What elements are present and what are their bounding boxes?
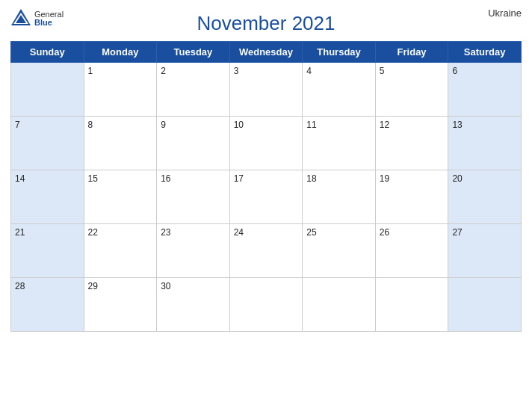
date-number: 5 bbox=[380, 66, 385, 76]
date-number: 26 bbox=[380, 227, 389, 238]
calendar-cell-week1-day3: 2 bbox=[157, 63, 230, 117]
date-number: 4 bbox=[306, 66, 312, 76]
calendar-cell-week4-day7: 27 bbox=[448, 224, 522, 278]
date-number: 12 bbox=[380, 120, 389, 130]
calendar-cell-week2-day2: 8 bbox=[84, 117, 157, 170]
week-row-4: 21222324252627 bbox=[11, 224, 522, 278]
calendar-cell-week5-day1: 28 bbox=[11, 278, 84, 332]
header-wednesday: Wednesday bbox=[229, 42, 303, 63]
date-number: 25 bbox=[306, 227, 316, 238]
calendar-cell-week5-day2: 29 bbox=[84, 278, 157, 332]
date-number: 13 bbox=[452, 120, 462, 130]
date-number: 11 bbox=[306, 120, 316, 130]
date-number: 9 bbox=[161, 120, 166, 130]
date-number: 27 bbox=[452, 227, 462, 238]
country-label: Ukraine bbox=[488, 7, 522, 19]
calendar-cell-week2-day1: 7 bbox=[11, 117, 84, 170]
calendar-cell-week5-day7 bbox=[448, 278, 522, 332]
header-thursday: Thursday bbox=[303, 42, 376, 63]
calendar-cell-week3-day4: 17 bbox=[229, 170, 303, 224]
calendar-cell-week3-day5: 18 bbox=[303, 170, 376, 224]
date-number: 8 bbox=[88, 120, 93, 130]
date-number: 19 bbox=[380, 173, 389, 184]
month-title: November 2021 bbox=[197, 12, 335, 35]
calendar-cell-week4-day3: 23 bbox=[157, 224, 230, 278]
date-number: 6 bbox=[452, 66, 457, 76]
days-header-row: Sunday Monday Tuesday Wednesday Thursday… bbox=[11, 42, 522, 63]
date-number: 7 bbox=[15, 120, 20, 130]
calendar-cell-week3-day2: 15 bbox=[84, 170, 157, 224]
calendar-cell-week5-day5 bbox=[303, 278, 376, 332]
calendar-cell-week2-day6: 12 bbox=[375, 117, 448, 170]
date-number: 2 bbox=[161, 66, 166, 76]
date-number: 20 bbox=[452, 173, 462, 184]
calendar-cell-week5-day6 bbox=[375, 278, 448, 332]
calendar-cell-week1-day2: 1 bbox=[84, 63, 157, 117]
calendar-cell-week4-day4: 24 bbox=[229, 224, 303, 278]
calendar-cell-week1-day4: 3 bbox=[229, 63, 303, 117]
logo-area: General Blue bbox=[10, 7, 63, 30]
header-saturday: Saturday bbox=[448, 42, 522, 63]
calendar-cell-week5-day4 bbox=[229, 278, 303, 332]
calendar-cell-week3-day3: 16 bbox=[157, 170, 230, 224]
week-row-2: 78910111213 bbox=[11, 117, 522, 170]
date-number: 16 bbox=[161, 173, 170, 184]
calendar-cell-week2-day5: 11 bbox=[303, 117, 376, 170]
date-number: 21 bbox=[15, 227, 25, 238]
date-number: 22 bbox=[88, 227, 98, 238]
date-number: 3 bbox=[234, 66, 239, 76]
logo-icon bbox=[10, 7, 32, 30]
date-number: 29 bbox=[88, 281, 98, 291]
calendar-cell-week4-day6: 26 bbox=[375, 224, 448, 278]
week-row-3: 14151617181920 bbox=[11, 170, 522, 224]
header-sunday: Sunday bbox=[11, 42, 84, 63]
header-monday: Monday bbox=[84, 42, 157, 63]
calendar-cell-week4-day1: 21 bbox=[11, 224, 84, 278]
calendar-container: General Blue November 2021 Ukraine Sunda… bbox=[0, 0, 532, 411]
calendar-cell-week2-day7: 13 bbox=[448, 117, 522, 170]
header-friday: Friday bbox=[375, 42, 448, 63]
calendar-cell-week5-day3: 30 bbox=[157, 278, 230, 332]
date-number: 15 bbox=[88, 173, 98, 184]
calendar-cell-week1-day1 bbox=[11, 63, 84, 117]
week-row-1: 123456 bbox=[11, 63, 522, 117]
calendar-cell-week2-day4: 10 bbox=[229, 117, 303, 170]
date-number: 18 bbox=[306, 173, 316, 184]
date-number: 10 bbox=[234, 120, 244, 130]
calendar-cell-week3-day7: 20 bbox=[448, 170, 522, 224]
calendar-cell-week4-day2: 22 bbox=[84, 224, 157, 278]
calendar-cell-week3-day6: 19 bbox=[375, 170, 448, 224]
logo-blue-text: Blue bbox=[34, 19, 64, 27]
date-number: 1 bbox=[88, 66, 93, 76]
date-number: 28 bbox=[15, 281, 25, 291]
calendar-cell-week4-day5: 25 bbox=[303, 224, 376, 278]
date-number: 24 bbox=[234, 227, 244, 238]
calendar-header: General Blue November 2021 Ukraine bbox=[10, 7, 522, 41]
calendar-cell-week1-day5: 4 bbox=[303, 63, 376, 117]
calendar-grid: Sunday Monday Tuesday Wednesday Thursday… bbox=[10, 41, 522, 332]
week-row-5: 282930 bbox=[11, 278, 522, 332]
header-tuesday: Tuesday bbox=[157, 42, 230, 63]
date-number: 23 bbox=[161, 227, 170, 238]
calendar-cell-week2-day3: 9 bbox=[157, 117, 230, 170]
calendar-cell-week1-day7: 6 bbox=[448, 63, 522, 117]
date-number: 30 bbox=[161, 281, 170, 291]
date-number: 17 bbox=[234, 173, 244, 184]
calendar-cell-week1-day6: 5 bbox=[375, 63, 448, 117]
calendar-cell-week3-day1: 14 bbox=[11, 170, 84, 224]
date-number: 14 bbox=[15, 173, 25, 184]
